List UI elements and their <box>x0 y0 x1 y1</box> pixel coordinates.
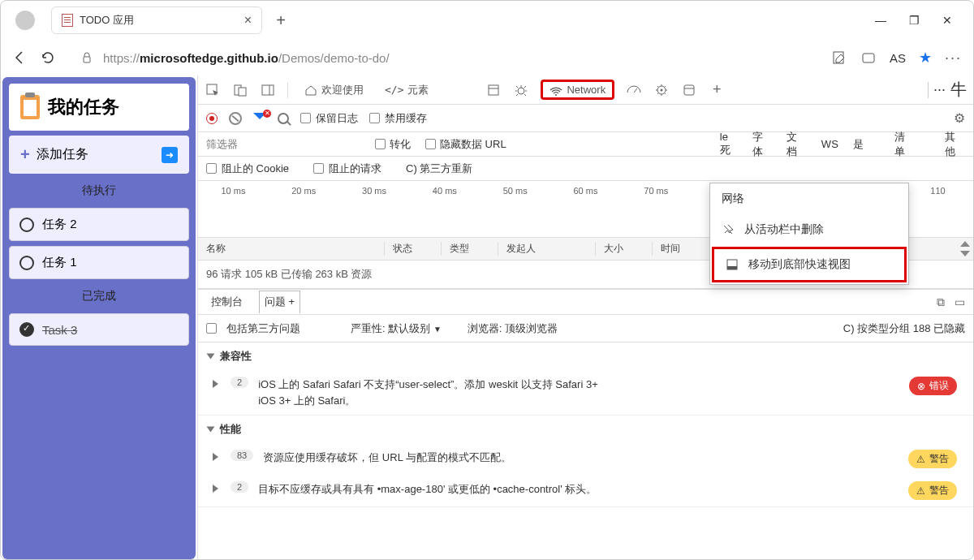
memory-icon[interactable] <box>653 82 670 98</box>
f-other[interactable]: 其他 <box>945 130 965 159</box>
filter-icon[interactable]: ✕ <box>253 113 266 124</box>
scroll-up-icon[interactable] <box>960 241 970 247</box>
edit-icon[interactable] <box>831 50 847 66</box>
context-menu: 网络 从活动栏中删除 移动到底部快速视图 <box>709 183 909 285</box>
profile-avatar[interactable] <box>15 11 35 30</box>
done-header: 已完成 <box>9 284 189 308</box>
chevron-right-icon <box>213 453 218 461</box>
app-tab-icon[interactable] <box>681 82 697 98</box>
submit-arrow-icon[interactable]: ➜ <box>162 147 178 163</box>
tab-welcome[interactable]: 欢迎使用 <box>300 80 368 101</box>
browser-label: 浏览器: 顶级浏览器 <box>468 321 558 336</box>
third-party-checkbox[interactable] <box>206 323 217 334</box>
f-cut[interactable]: le死 <box>720 131 738 157</box>
f-font[interactable]: 字体 <box>752 130 773 159</box>
console-tab[interactable]: 控制台 <box>206 291 248 312</box>
issues-section-compat[interactable]: 兼容性 <box>198 342 973 370</box>
unpin-icon <box>722 223 735 236</box>
svg-point-11 <box>555 94 557 96</box>
svg-rect-0 <box>84 57 90 62</box>
settings-icon[interactable]: ⚙ <box>954 110 965 126</box>
preserve-log-toggle[interactable]: 保留日志 <box>300 111 358 126</box>
svg-point-10 <box>518 88 524 94</box>
col-time[interactable]: 时间 <box>653 242 718 256</box>
back-icon[interactable] <box>12 50 28 66</box>
drawer-dock-icon[interactable]: ▭ <box>955 295 965 309</box>
issue-item[interactable]: 2 iOS 上的 Safari Safari 不支持“user-select”。… <box>198 370 973 415</box>
new-tab-button[interactable]: + <box>267 6 295 34</box>
browser-tab[interactable]: TODO 应用 × <box>51 6 262 34</box>
add-tab-icon[interactable]: + <box>709 82 725 98</box>
site-info-icon[interactable] <box>79 50 95 66</box>
chevron-down-icon <box>207 354 215 360</box>
task-item-done[interactable]: Task 3 <box>9 313 189 346</box>
tab-network[interactable]: Network <box>541 80 614 100</box>
address-bar[interactable]: https://microsoftedge.github.io/Demos/de… <box>67 44 820 71</box>
svg-rect-5 <box>239 88 246 96</box>
col-size[interactable]: 大小 <box>596 242 653 256</box>
app-icon[interactable] <box>860 50 877 66</box>
third-party-label[interactable]: C) 第三方重新 <box>406 162 472 176</box>
f-ws[interactable]: WS <box>821 138 838 150</box>
scroll-down-icon[interactable] <box>960 251 970 256</box>
ctx-heading: 网络 <box>710 183 908 214</box>
chevron-right-icon <box>213 485 218 493</box>
close-tab-icon[interactable]: × <box>244 13 252 28</box>
filter-input[interactable]: 筛选器 <box>206 137 360 152</box>
sources-icon[interactable] <box>485 82 502 98</box>
task-item[interactable]: 任务 2 <box>9 208 189 241</box>
svg-rect-15 <box>684 85 694 95</box>
app-title: 我的任务 <box>48 95 119 119</box>
checkbox-icon[interactable] <box>19 256 34 270</box>
close-window-icon[interactable]: ✕ <box>942 14 952 27</box>
pending-header: 待执行 <box>9 179 189 203</box>
chevron-down-icon <box>207 427 215 433</box>
record-icon[interactable] <box>206 113 218 124</box>
col-initiator[interactable]: 发起人 <box>498 242 596 256</box>
device-icon[interactable] <box>232 82 248 98</box>
blocked-req-toggle[interactable]: 阻止的请求 <box>313 162 381 176</box>
issue-item[interactable]: 83 资源应使用缓存破坏，但 URL 与配置的模式不匹配。 ⚠ 警告 <box>198 443 973 475</box>
panel-icon[interactable] <box>260 82 276 98</box>
search-icon[interactable] <box>278 113 289 124</box>
maximize-icon[interactable]: ❐ <box>909 14 920 27</box>
ctx-move-bottom[interactable]: 移动到底部快速视图 <box>712 247 907 282</box>
svg-rect-6 <box>262 85 274 95</box>
inspect-icon[interactable] <box>205 82 221 98</box>
hide-data-toggle[interactable]: 隐藏数据 URL <box>425 137 506 152</box>
task-item[interactable]: 任务 1 <box>9 246 189 279</box>
issues-section-perf[interactable]: 性能 <box>198 416 973 443</box>
devtools-tabbar: 欢迎使用 </>元素 Network + ···牛 <box>198 75 973 105</box>
invert-toggle[interactable]: 转化 <box>375 137 411 152</box>
issue-item[interactable]: 2 目标不应缓存或具有具有 •max-age-180' 或更低的 •cache-… <box>198 475 973 506</box>
devtools-more[interactable]: ···牛 <box>928 79 967 101</box>
f-doc[interactable]: 文档 <box>787 130 807 159</box>
more-icon[interactable]: ··· <box>945 50 962 67</box>
blocked-cookie-toggle[interactable]: 阻止的 Cookie <box>206 162 289 176</box>
f-manifest[interactable]: 清单 <box>894 130 915 159</box>
checkbox-checked-icon[interactable] <box>19 322 34 337</box>
bug-icon[interactable] <box>513 82 529 98</box>
tab-elements[interactable]: </>元素 <box>380 80 433 101</box>
col-status[interactable]: 状态 <box>385 242 442 256</box>
svg-rect-18 <box>727 266 737 269</box>
warn-badge: ⚠ 警告 <box>908 481 957 500</box>
issue-count: 83 <box>231 450 253 461</box>
app-header: 我的任务 <box>9 84 189 131</box>
minimize-icon[interactable]: — <box>875 14 886 27</box>
checkbox-icon[interactable] <box>19 218 34 232</box>
col-name[interactable]: 名称 <box>198 242 385 256</box>
col-type[interactable]: 类型 <box>442 242 498 256</box>
disable-cache-toggle[interactable]: 禁用缓存 <box>369 111 427 126</box>
favorite-icon[interactable]: ★ <box>919 49 932 67</box>
add-task-row[interactable]: + 添加任务 ➜ <box>9 136 189 174</box>
perf-icon[interactable] <box>626 82 642 98</box>
issues-tab[interactable]: 问题 + <box>259 291 300 314</box>
error-badge: ⊗ 错误 <box>909 377 957 395</box>
drawer-layout-icon[interactable]: ⧉ <box>937 295 945 309</box>
clear-icon[interactable] <box>229 112 242 125</box>
ctx-remove[interactable]: 从活动栏中删除 <box>710 214 908 245</box>
f-yes[interactable]: 是 <box>853 137 864 152</box>
profile-label[interactable]: AS <box>890 51 906 65</box>
refresh-icon[interactable] <box>40 50 56 66</box>
